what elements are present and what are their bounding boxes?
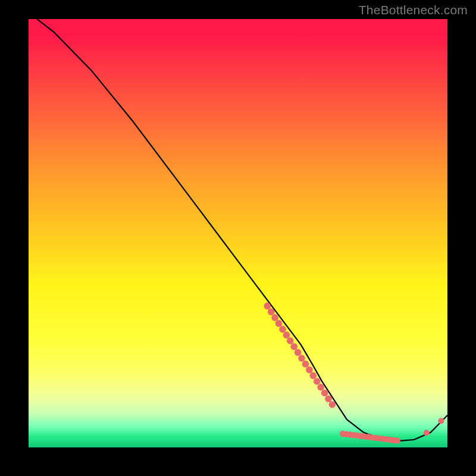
data-marker — [306, 367, 313, 374]
data-marker — [424, 430, 430, 436]
bottleneck-curve — [37, 19, 447, 441]
data-marker — [283, 331, 290, 339]
data-marker — [310, 372, 317, 380]
data-marker — [279, 326, 286, 333]
data-marker — [268, 308, 275, 315]
data-marker — [329, 401, 336, 408]
watermark-text: TheBottleneck.com — [359, 3, 468, 17]
data-marker — [298, 355, 305, 362]
markers-group — [264, 303, 444, 444]
data-marker — [314, 378, 321, 385]
data-marker — [321, 390, 328, 397]
data-marker — [290, 343, 298, 350]
data-marker — [287, 337, 294, 345]
data-marker — [295, 349, 302, 356]
curve-layer — [29, 19, 447, 447]
data-marker — [317, 384, 324, 391]
data-marker — [264, 303, 271, 310]
data-marker — [325, 396, 332, 403]
data-marker — [302, 361, 309, 368]
data-marker — [394, 437, 400, 443]
chart-stage: { "watermark": "TheBottleneck.com", "col… — [0, 0, 476, 476]
data-marker — [275, 320, 283, 327]
data-marker — [438, 418, 444, 424]
data-marker — [271, 314, 278, 321]
plot-area — [29, 19, 447, 447]
curve-path — [37, 19, 447, 441]
